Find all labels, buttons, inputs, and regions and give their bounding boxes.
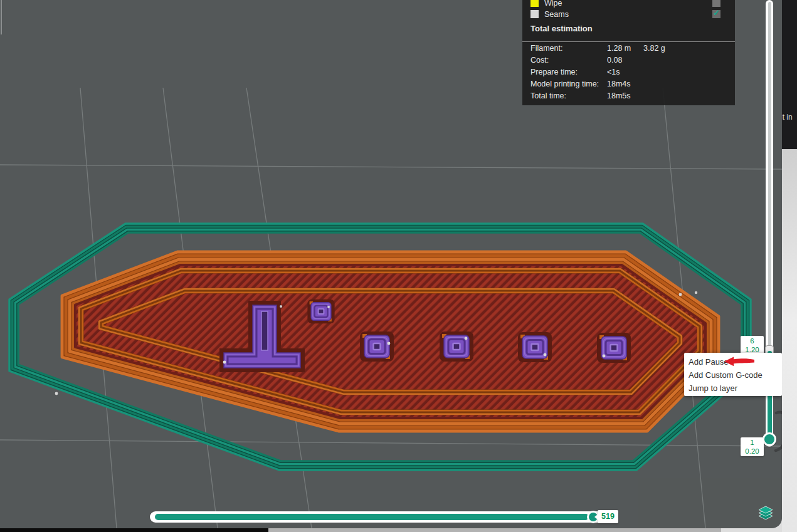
divider [522, 41, 735, 42]
move-slider-fill [155, 514, 589, 520]
menu-item-add-custom-gcode[interactable]: Add Custom G-code [684, 368, 782, 382]
estimation-title: Total estimation [530, 24, 593, 33]
clipped-background-text: it in [782, 113, 793, 122]
seams-color-swatch [530, 10, 539, 18]
estimation-row: Cost: 0.08 [522, 55, 735, 67]
layers-icon[interactable] [757, 505, 774, 521]
legend-label: Seams [544, 10, 569, 19]
background-window-dark: it in [782, 0, 797, 149]
legend-row-wipe: Wipe [522, 0, 735, 9]
layer-slider-track-upper [768, 2, 771, 347]
bracket-shape [776, 412, 782, 451]
taskbar-edge [0, 528, 268, 532]
legend-row-seams: Seams ✓ [522, 10, 735, 20]
estimation-row: Filament: 1.28 m 3.82 g [522, 43, 735, 55]
wipe-visibility-checkbox[interactable] [712, 0, 720, 7]
estimation-row: Prepare time: <1s [522, 67, 735, 79]
estimation-row: Total time: 18m5s [522, 91, 735, 103]
red-arrow-annotation [724, 357, 755, 367]
legend-panel: Wipe Seams ✓ Total estimation Filament: … [522, 0, 735, 105]
lower-layer-badge: 1 0.20 [741, 437, 764, 456]
move-value-badge: 519 [598, 510, 618, 523]
background-window-light [782, 149, 797, 532]
seams-visibility-checkbox[interactable]: ✓ [712, 10, 720, 18]
menu-item-jump-to-layer[interactable]: Jump to layer [684, 382, 782, 395]
legend-label: Wipe [544, 0, 562, 8]
upper-layer-badge: 6 1.20 [741, 336, 764, 355]
estimation-row: Model printing time: 18m4s [522, 79, 735, 91]
layer-slider-lower-handle[interactable] [763, 432, 776, 446]
window-edge-glint [1, 0, 2, 34]
move-slider-track[interactable] [150, 511, 618, 523]
checkmark-icon: ✓ [712, 8, 720, 16]
wipe-color-swatch [530, 0, 539, 7]
viewport-3d[interactable]: Wipe Seams ✓ Total estimation Filament: … [0, 0, 782, 528]
